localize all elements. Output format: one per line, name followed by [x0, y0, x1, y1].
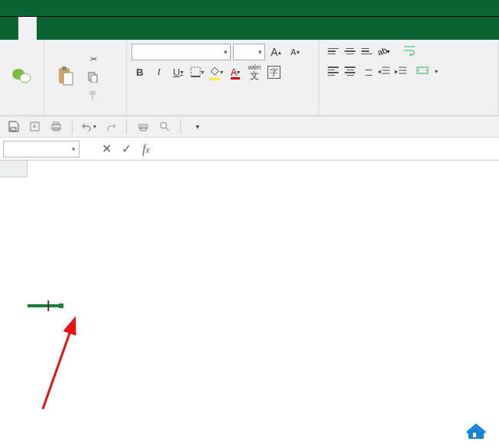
redo-button[interactable] [102, 118, 118, 135]
tab-dev[interactable] [165, 17, 183, 40]
tab-templates[interactable] [37, 17, 55, 40]
print-button[interactable] [47, 118, 64, 135]
paste-button[interactable] [47, 42, 84, 112]
align-top-button[interactable] [326, 44, 341, 59]
tab-pdf[interactable] [183, 17, 202, 40]
bold-button[interactable]: B [131, 63, 148, 80]
phonetic-button[interactable]: wén文 [246, 63, 263, 80]
svg-rect-12 [11, 128, 16, 131]
align-middle-button[interactable] [342, 44, 358, 59]
bucket-icon [209, 67, 220, 78]
name-box[interactable]: ▾ [3, 141, 79, 157]
undo-icon [82, 122, 93, 131]
scissors-icon: ✂ [87, 53, 99, 65]
export-button[interactable] [26, 118, 43, 135]
font-color-button[interactable]: A▾ [227, 63, 244, 80]
font-size-select[interactable]: ▾ [233, 44, 265, 60]
wechat-icon [11, 65, 32, 86]
chevron-down-icon: ▾ [258, 48, 262, 56]
text-cursor-icon: I [46, 297, 50, 315]
copy-button[interactable] [84, 69, 105, 86]
merge-center-button[interactable]: ▾ [414, 63, 440, 79]
quick-access-toolbar: ▾ ▾ [0, 116, 499, 138]
printer-icon [138, 121, 149, 132]
group-clipboard-label [47, 112, 123, 115]
svg-rect-3 [62, 67, 66, 70]
redo-icon [105, 122, 116, 131]
char-border-button[interactable]: 字 [265, 63, 282, 80]
ribbon-tabs [0, 17, 499, 40]
group-font-label [130, 112, 316, 115]
save-button[interactable] [5, 118, 21, 135]
align-right-button[interactable] [359, 63, 374, 79]
title-bar [0, 0, 499, 17]
cell-editor[interactable]: I [28, 304, 63, 307]
spreadsheet: I [0, 161, 499, 448]
svg-point-1 [20, 73, 31, 83]
ribbon: ✂ [0, 40, 499, 116]
tab-file[interactable] [0, 17, 18, 40]
merge-icon [416, 65, 429, 77]
zoom-icon [159, 121, 170, 132]
cut-button[interactable]: ✂ [84, 50, 105, 68]
svg-rect-9 [191, 67, 200, 76]
save-icon [8, 121, 19, 132]
copy-icon [87, 71, 99, 83]
chevron-down-icon: ▾ [72, 145, 76, 153]
border-icon [190, 67, 201, 77]
svg-line-20 [166, 128, 169, 131]
align-left-button[interactable] [326, 63, 341, 79]
share-icon [29, 121, 41, 132]
tab-insert[interactable] [55, 17, 73, 40]
fill-color-button[interactable]: ▾ [208, 63, 225, 80]
wrap-icon [404, 45, 416, 57]
insert-function-button[interactable]: fx [136, 139, 156, 159]
svg-point-19 [160, 122, 167, 128]
italic-button[interactable]: I [151, 63, 167, 80]
x-icon: ✕ [102, 141, 112, 156]
tab-data[interactable] [110, 17, 128, 40]
underline-button[interactable]: U▾ [170, 63, 186, 80]
qat-more-button[interactable]: ▾ [189, 118, 206, 135]
increase-indent-button[interactable] [393, 63, 408, 79]
enter-formula-button[interactable]: ✓ [116, 139, 136, 159]
svg-rect-4 [63, 73, 73, 85]
chevron-down-icon: ▾ [224, 48, 228, 56]
svg-rect-8 [92, 95, 93, 100]
print-icon [50, 121, 62, 132]
svg-rect-6 [91, 75, 97, 83]
align-bottom-button[interactable] [359, 44, 374, 59]
tab-formulas[interactable] [92, 17, 110, 40]
border-button[interactable]: ▾ [189, 63, 206, 80]
undo-button[interactable]: ▾ [80, 118, 97, 135]
formula-bar: ▾ ✕ ✓ fx [0, 138, 499, 161]
orientation-button[interactable]: ab▾ [376, 44, 391, 59]
format-painter-button[interactable] [84, 87, 105, 105]
group-align-label [322, 112, 495, 115]
clipboard-icon [55, 66, 76, 87]
select-all-corner[interactable] [0, 161, 28, 177]
cancel-formula-button[interactable]: ✕ [96, 139, 116, 159]
tab-review[interactable] [128, 17, 147, 40]
decrease-indent-button[interactable] [376, 63, 391, 79]
fx-icon: fx [142, 142, 149, 156]
qat-print-preview-button[interactable] [134, 118, 151, 135]
wrap-text-button[interactable] [402, 44, 422, 59]
tab-pagelayout[interactable] [73, 17, 92, 40]
check-icon: ✓ [122, 141, 131, 156]
tab-home[interactable] [18, 17, 37, 40]
paintbrush-icon [87, 89, 99, 102]
svg-rect-15 [53, 122, 59, 125]
decrease-font-button[interactable]: A▾ [287, 44, 303, 60]
increase-font-button[interactable]: A▴ [267, 44, 284, 60]
tab-view[interactable] [147, 17, 165, 40]
align-center-button[interactable] [342, 63, 358, 79]
send-to-wechat-button[interactable] [3, 42, 40, 112]
font-name-select[interactable]: ▾ [131, 44, 231, 60]
qat-zoom-button[interactable] [156, 118, 173, 135]
group-wechat-label [3, 112, 41, 115]
svg-rect-7 [89, 91, 96, 95]
